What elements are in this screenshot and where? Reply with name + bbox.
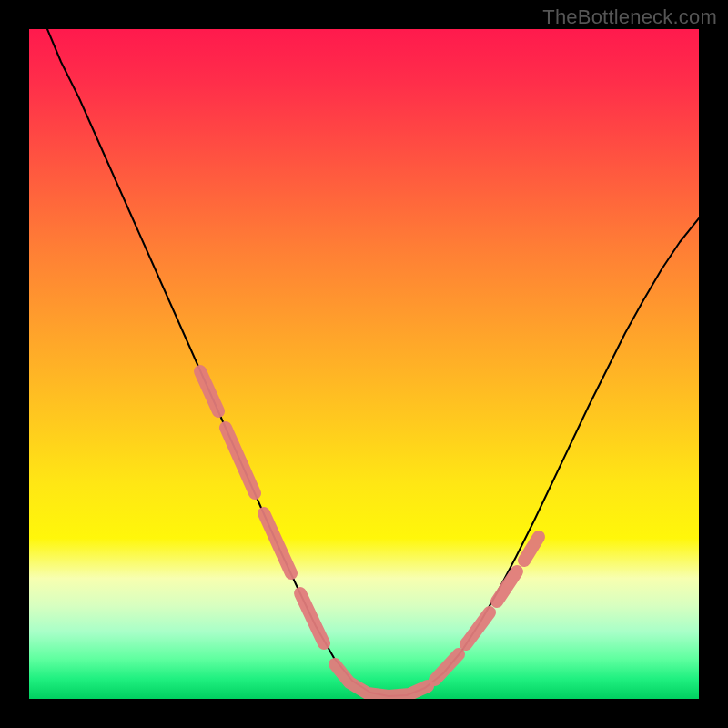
bottleneck-curve [47, 29, 699, 696]
highlight-right-4 [524, 537, 539, 561]
watermark-text: TheBottleneck.com [542, 5, 717, 29]
curve-svg [29, 29, 699, 699]
highlight-right-3 [497, 571, 517, 602]
highlight-left-3 [264, 513, 291, 573]
plot-area [29, 29, 699, 699]
highlight-valley [335, 664, 428, 696]
highlight-left-4 [300, 593, 324, 643]
chart-frame: TheBottleneck.com [0, 0, 728, 728]
highlight-right-1 [435, 654, 459, 680]
highlight-right-2 [466, 612, 490, 644]
highlight-left-1 [200, 371, 218, 411]
highlight-left-2 [226, 428, 255, 493]
